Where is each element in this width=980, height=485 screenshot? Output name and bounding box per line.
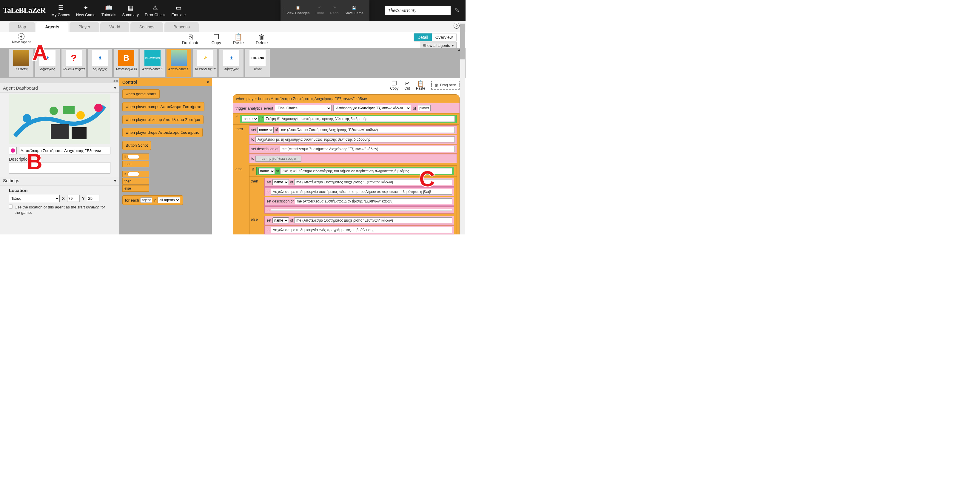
hat-block[interactable]: when player bumps Αποτέλεσμα Συστήματος … [233,94,460,103]
palette-foreach-block[interactable]: for each agent in all agents [123,195,183,205]
float-toolbar: 📋View Changes ↶Undo ↷Redo 💾Save Game [280,0,369,21]
else-block[interactable]: else setnameofme (Αποτέλεσμα Συστήματος … [249,215,457,235]
overview-button[interactable]: Overview [432,34,456,41]
palette-header[interactable]: Control▾ [119,78,212,86]
if-block[interactable]: if name of Σκέψη #1 Δημιουργία συστήματο… [233,113,460,124]
agent-item[interactable]: 🔑Το κλειδί της π [193,49,217,77]
set-name-select[interactable]: name [272,217,289,223]
set-block[interactable]: setnameofme (Αποτέλεσμα Συστήματος Διαχε… [249,125,457,134]
foreach-select[interactable]: all agents [158,197,180,203]
tab-world[interactable]: World [100,22,129,32]
palette-block[interactable]: when game starts [123,89,160,99]
cond-name-select[interactable]: name [258,168,275,174]
detail-overview-toggle[interactable]: Detail Overview [414,33,457,41]
color-picker[interactable] [9,147,17,155]
agent-item[interactable]: INNOVATIONΑποτέλεσμα Κ [140,49,165,77]
then-block[interactable]: then setnameofme (Αποτέλεσμα Συστήματος … [233,124,460,164]
y-input[interactable] [87,195,99,202]
list-icon: ☰ [57,4,64,11]
set-name-select[interactable]: name [272,179,289,185]
tab-settings[interactable]: Settings [130,22,164,32]
my-games-button[interactable]: ☰My Games [51,4,70,17]
agent-item[interactable]: 👤Δήμαρχος [219,49,243,77]
logo[interactable]: TaLeBLaZeR [3,6,45,15]
detail-button[interactable]: Detail [414,34,432,41]
set-desc-block[interactable]: set description ofme (Αποτέλεσμα Συστήμα… [264,197,454,206]
agent-image[interactable] [9,94,110,144]
cond-name-select[interactable]: name [242,116,258,122]
set-name-select[interactable]: name [257,127,274,133]
copy-button[interactable]: ❐Copy [211,33,221,45]
tab-agents[interactable]: Agents [36,22,68,32]
description-input[interactable] [9,162,110,174]
error-check-button[interactable]: ⚠Error Check [145,4,165,17]
edit-name-icon[interactable]: ✎ [455,6,460,14]
agent-item[interactable]: Τι Έπεται; [9,49,33,77]
drag-trash[interactable]: 🗑Drag here [431,81,460,89]
agent-item[interactable]: 👤Δήμαρχος [35,49,60,77]
palette-block[interactable]: when player bumps Αποτέλεσμα Συστήματο [123,102,204,112]
game-name-input[interactable]: ThesSmartCity [385,6,450,15]
set-block[interactable]: setnameofme (Αποτέλεσμα Συστήματος Διαχε… [264,178,454,187]
x-input[interactable] [67,195,80,202]
tab-player[interactable]: Player [70,22,99,32]
trigger-block[interactable]: trigger analytics event Final Choice Από… [233,103,460,113]
undo-button[interactable]: ↶Undo [315,6,324,15]
tutorials-button[interactable]: 📖Tutorials [102,4,116,17]
new-game-button[interactable]: ✦New Game [76,4,95,17]
set-to-block[interactable]: toΑσχολείσαι με τη δημιουργία ενός προγρ… [264,225,454,235]
collapse-button[interactable]: ◀◀ [0,78,119,83]
palette-block[interactable]: Button Script [123,140,151,150]
delete-button[interactable]: 🗑Delete [256,33,268,45]
workspace[interactable]: ❐Copy ✂Cut 📋Paste 🗑Drag here when player… [212,78,466,235]
palette-if-block[interactable]: if then [123,153,149,167]
new-agent-button[interactable]: + New Agent [12,33,31,44]
block-stack[interactable]: when player bumps Αποτέλεσμα Συστήματος … [233,94,460,235]
chevron-down-icon: ▾ [114,178,116,183]
ws-copy-button[interactable]: ❐Copy [390,80,398,91]
chevron-down-icon[interactable]: ▾ [114,85,116,91]
paste-button[interactable]: 📋Paste [233,33,244,45]
scrollbar[interactable] [460,22,465,235]
duplicate-button[interactable]: ⎘Duplicate [182,33,199,45]
palette-block[interactable]: when player picks up Αποτέλεσμα Συστήμα [123,115,204,124]
agent-item[interactable]: THE ENDΤέλος [245,49,270,77]
warning-icon: ⚠ [151,4,159,11]
set-to-block[interactable]: toΑσχολείσαι με τη δημιουργία συστήματος… [264,187,454,196]
redo-button[interactable]: ↷Redo [330,6,339,15]
then-block[interactable]: then setnameofme (Αποτέλεσμα Συστήματος … [249,177,457,215]
agent-item[interactable]: BΑποτέλεσμα Bl [114,49,138,77]
phone-icon: ▭ [175,4,182,11]
agent-name-input[interactable] [19,147,110,155]
set-to-block[interactable]: to [264,206,454,214]
ws-paste-button[interactable]: 📋Paste [416,80,425,91]
view-changes-button[interactable]: 📋View Changes [286,6,309,15]
condition-block[interactable]: name of Σκέψη #1 Δημιουργία συστήματος ε… [240,115,457,123]
agent-item-selected[interactable]: Αποτέλεσμα Σι [167,49,191,77]
set-desc-block[interactable]: set description ofme (Αποτέλεσμα Συστήμα… [249,145,457,153]
start-location-checkbox[interactable] [9,204,13,209]
ws-cut-button[interactable]: ✂Cut [404,80,410,91]
save-game-button[interactable]: 💾Save Game [345,6,363,15]
palette-block[interactable]: when player drops Αποτέλεσμα Συστήματο [123,128,203,137]
location-select[interactable]: Τέλος [9,195,60,202]
agent-item[interactable]: ?Τελική Απόφασ [62,49,86,77]
set-block[interactable]: setnameofme (Αποτέλεσμα Συστήματος Διαχε… [264,216,454,225]
else-block[interactable]: else if name of Σκέψη #2 Σύστημα ειδοποί… [233,164,460,235]
palette-ifelse-block[interactable]: if then else [123,171,149,192]
emulate-button[interactable]: ▭Emulate [171,4,186,17]
settings-header[interactable]: Settings▾ [0,176,119,185]
help-icon[interactable]: ? [453,23,460,29]
set-to-block[interactable]: toΑσχολείσαι με τη δημιουργία συστήματος… [249,135,457,144]
condition-block[interactable]: name of Σκέψη #2 Σύστημα ειδοποίησης του… [256,167,455,175]
if-block[interactable]: if name of Σκέψη #2 Σύστημα ειδοποίησης … [249,166,457,177]
summary-button[interactable]: ▦Summary [122,4,139,17]
analytics-event-select[interactable]: Final Choice [275,105,331,112]
tab-beacons[interactable]: Beacons [164,22,199,32]
tab-map[interactable]: Map [9,22,35,32]
agent-item[interactable]: 👤Δήμαρχος [88,49,112,77]
start-location-label: Use the location of this agent as the st… [14,204,110,215]
analytics-value-select[interactable]: Απόφαση για υλοποίηση Έξυπνων κάδων [333,105,411,112]
set-to-block[interactable]: to... με την βοήθεια ενός π... [249,154,457,163]
tabs-row: Map Agents Player World Settings Beacons… [0,21,466,32]
